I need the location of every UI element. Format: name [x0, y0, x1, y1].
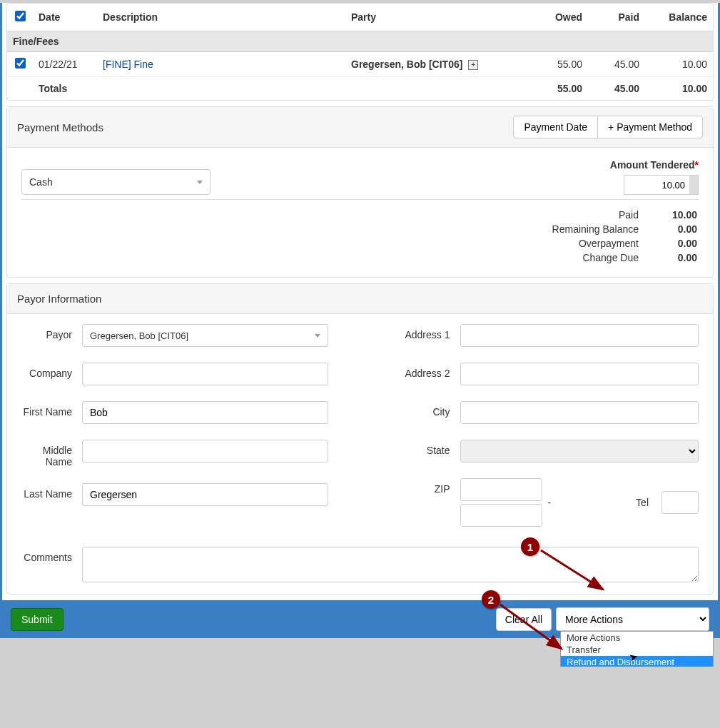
- totals-balance: 10.00: [645, 77, 713, 101]
- totals-label: Totals: [33, 77, 97, 101]
- summary-remaining-label: Remaining Balance: [552, 223, 639, 236]
- more-actions-select[interactable]: More Actions: [556, 607, 709, 631]
- first-name-label: First Name: [21, 401, 82, 418]
- zip-field-1[interactable]: [460, 478, 542, 501]
- summary-change-value: 0.00: [640, 251, 697, 264]
- payment-method-value: Cash: [29, 176, 53, 188]
- city-field[interactable]: [460, 401, 699, 424]
- payor-label: Payor: [21, 324, 82, 340]
- address1-field[interactable]: [460, 324, 699, 347]
- summary-overpayment-label: Overpayment: [552, 237, 639, 250]
- summary-paid-value: 10.00: [640, 208, 697, 221]
- cell-owed: 55.00: [531, 52, 588, 77]
- cell-date: 01/22/21: [33, 52, 97, 77]
- submit-button[interactable]: Submit: [11, 608, 64, 631]
- col-date: Date: [33, 4, 97, 31]
- last-name-field[interactable]: [82, 483, 328, 506]
- fees-table: Date Description Party Owed Paid Balance…: [7, 4, 713, 100]
- table-row: 01/22/21 [FINE] Fine Gregersen, Bob [CIT…: [7, 52, 713, 77]
- totals-owed: 55.00: [531, 77, 588, 101]
- payor-info-title: Payor Information: [17, 293, 703, 305]
- last-name-label: Last Name: [21, 483, 82, 500]
- tel-label: Tel: [557, 497, 656, 508]
- svg-line-0: [541, 550, 603, 590]
- more-actions-option[interactable]: More Actions: [561, 632, 713, 644]
- payment-method-select[interactable]: Cash: [21, 169, 211, 195]
- annotation-arrow-1: [535, 545, 614, 598]
- tel-field[interactable]: [661, 491, 699, 514]
- add-payment-method-button[interactable]: + Payment Method: [597, 116, 703, 138]
- section-label: Fine/Fees: [7, 31, 713, 52]
- annotation-callout-2: 2: [482, 590, 500, 609]
- fees-panel: Date Description Party Owed Paid Balance…: [6, 3, 714, 101]
- annotation-arrow-2: [496, 600, 571, 656]
- middle-name-field[interactable]: [82, 440, 328, 462]
- first-name-field[interactable]: [82, 401, 328, 424]
- totals-paid: 45.00: [588, 77, 645, 101]
- comments-label: Comments: [21, 547, 82, 582]
- col-paid: Paid: [588, 4, 645, 31]
- payor-info-panel: Payor Information Payor Gregersen, Bob […: [6, 283, 714, 595]
- payment-summary: Paid 10.00 Remaining Balance 0.00 Overpa…: [551, 207, 699, 266]
- col-owed: Owed: [531, 4, 588, 31]
- amount-tendered-label: Amount Tendered*: [610, 159, 699, 171]
- footer-bar: Submit Clear All More Actions More Actio…: [2, 600, 718, 638]
- zip-separator: -: [548, 497, 552, 508]
- summary-overpayment-value: 0.00: [640, 237, 697, 250]
- row-checkbox[interactable]: [15, 58, 26, 69]
- payment-methods-panel: Payment Methods Payment Date + Payment M…: [6, 106, 714, 278]
- col-description: Description: [97, 4, 345, 31]
- amount-tendered-input[interactable]: [624, 175, 699, 195]
- address1-label: Address 1: [392, 324, 460, 340]
- company-field[interactable]: [82, 363, 328, 385]
- col-party: Party: [345, 4, 531, 31]
- state-label: State: [392, 440, 460, 456]
- summary-change-label: Change Due: [552, 251, 639, 264]
- payor-select-value: Gregersen, Bob [CIT06]: [90, 330, 188, 341]
- fine-link[interactable]: [FINE] Fine: [103, 59, 153, 70]
- middle-name-label: Middle Name: [21, 440, 82, 467]
- cell-paid: 45.00: [588, 52, 645, 77]
- payment-methods-title: Payment Methods: [17, 121, 514, 133]
- zip-label: ZIP: [392, 478, 460, 495]
- address2-field[interactable]: [460, 363, 699, 385]
- payor-select[interactable]: Gregersen, Bob [CIT06]: [82, 324, 328, 347]
- city-label: City: [392, 401, 460, 418]
- chevron-down-icon: [197, 181, 203, 184]
- cell-party: Gregersen, Bob [CIT06]: [351, 59, 462, 70]
- company-label: Company: [21, 363, 82, 379]
- state-select[interactable]: [460, 440, 699, 462]
- chevron-down-icon: [315, 334, 320, 338]
- address2-label: Address 2: [392, 363, 460, 379]
- summary-remaining-value: 0.00: [640, 223, 697, 236]
- svg-line-1: [500, 605, 562, 649]
- col-balance: Balance: [645, 4, 713, 31]
- summary-paid-label: Paid: [552, 208, 639, 221]
- payment-date-button[interactable]: Payment Date: [513, 116, 598, 138]
- zip-field-2[interactable]: [460, 504, 542, 527]
- select-all-checkbox[interactable]: [15, 11, 26, 21]
- expand-icon[interactable]: +: [468, 60, 478, 70]
- cell-balance: 10.00: [645, 52, 713, 77]
- annotation-callout-1: 1: [521, 537, 539, 556]
